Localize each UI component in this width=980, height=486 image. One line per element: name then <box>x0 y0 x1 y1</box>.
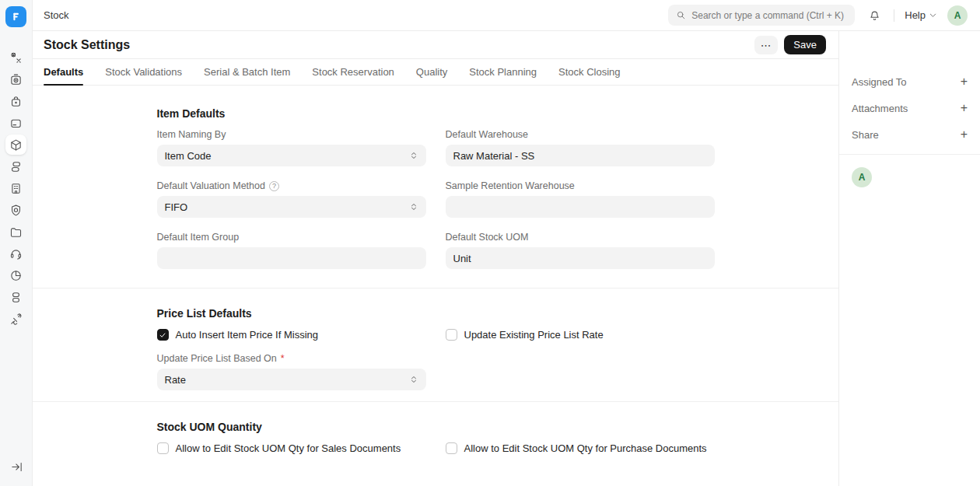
field-label: Default Stock UOM <box>446 232 715 243</box>
integrations-plug-icon[interactable] <box>5 309 26 329</box>
tab-serial-batch-item[interactable]: Serial & Batch Item <box>204 59 290 85</box>
assets-icon[interactable] <box>5 156 26 177</box>
form-tabs: Defaults Stock Validations Serial & Batc… <box>33 59 838 86</box>
save-button[interactable]: Save <box>784 35 826 54</box>
item-naming-by-select[interactable]: Item Code <box>157 145 426 166</box>
field-label: Item Naming By <box>157 129 426 140</box>
update-price-list-based-on-select[interactable]: Rate <box>157 369 426 390</box>
field-label: Default Item Group <box>157 232 426 243</box>
section-title: Stock UOM Quantity <box>157 421 715 433</box>
sample-retention-warehouse-input[interactable] <box>446 196 715 218</box>
help-menu[interactable]: Help <box>905 9 937 21</box>
chevron-down-icon <box>929 11 937 19</box>
top-navbar: Stock Help A <box>33 0 980 31</box>
select-chevrons-icon <box>409 151 418 160</box>
section-title: Item Defaults <box>157 107 715 120</box>
field-label: Default Valuation Method ? <box>157 180 426 191</box>
add-assignment-button[interactable]: + <box>961 75 968 88</box>
section-stock-uom-quantity: Stock UOM Quantity Allow to Edit Stock U… <box>33 402 838 470</box>
default-warehouse-input[interactable]: Raw Material - SS <box>446 145 715 166</box>
notifications-bell-icon[interactable] <box>865 6 884 25</box>
projects-folder-icon[interactable] <box>5 222 26 242</box>
assigned-to-label: Assigned To <box>852 76 907 88</box>
checkbox-allow-edit-stock-uom-qty-purchase[interactable]: Allow to Edit Stock UOM Qty for Purchase… <box>446 442 715 454</box>
field-default-valuation-method: Default Valuation Method ? FIFO <box>157 180 426 218</box>
global-search[interactable] <box>668 5 855 26</box>
field-default-warehouse: Default Warehouse Raw Material - SS <box>446 129 715 166</box>
form-body: Item Defaults Item Naming By Item Code D… <box>33 86 838 486</box>
app-sidebar <box>0 0 33 486</box>
checkbox-auto-insert-item-price[interactable]: Auto Insert Item Price If Missing <box>157 329 426 341</box>
collapse-sidebar-icon[interactable] <box>6 456 27 477</box>
page-actions: ⋯ Save <box>754 35 826 54</box>
default-valuation-method-select[interactable]: FIFO <box>157 196 426 218</box>
section-price-list-defaults: Price List Defaults Auto Insert Item Pri… <box>33 288 838 402</box>
tools-icon[interactable] <box>5 47 26 68</box>
checkbox-checked-icon <box>157 329 169 341</box>
tab-stock-closing[interactable]: Stock Closing <box>558 59 620 85</box>
accounting-icon[interactable] <box>5 69 26 89</box>
viewer-avatar[interactable]: A <box>852 167 872 187</box>
select-chevrons-icon <box>409 375 418 384</box>
stock-icon[interactable] <box>5 135 26 155</box>
select-chevrons-icon <box>409 202 418 212</box>
help-icon[interactable]: ? <box>269 181 279 191</box>
checkbox-unchecked-icon <box>446 442 457 454</box>
section-item-defaults: Item Defaults Item Naming By Item Code D… <box>33 86 838 288</box>
default-item-group-input[interactable] <box>157 247 426 269</box>
field-default-item-group: Default Item Group <box>157 232 426 269</box>
selling-icon[interactable] <box>5 113 26 133</box>
erpnext-logo-glyph <box>10 11 22 23</box>
navbar-right: Help A <box>668 5 968 26</box>
add-attachment-button[interactable]: + <box>961 102 968 114</box>
analytics-pie-icon[interactable] <box>5 265 26 285</box>
field-label: Sample Retention Warehouse <box>446 180 715 191</box>
checkbox-unchecked-icon <box>157 442 169 454</box>
field-item-naming-by: Item Naming By Item Code <box>157 129 426 166</box>
section-title: Price List Defaults <box>157 307 715 320</box>
add-share-button[interactable]: + <box>961 128 968 141</box>
share-row: Share + <box>852 121 968 148</box>
checkbox-update-existing-price-list-rate[interactable]: Update Existing Price List Rate <box>446 329 715 341</box>
field-label: Update Price List Based On * <box>157 353 426 364</box>
field-sample-retention-warehouse: Sample Retention Warehouse <box>446 180 715 218</box>
breadcrumb[interactable]: Stock <box>44 9 69 21</box>
checkbox-allow-edit-stock-uom-qty-sales[interactable]: Allow to Edit Stock UOM Qty for Sales Do… <box>157 442 426 454</box>
tab-stock-planning[interactable]: Stock Planning <box>469 59 537 85</box>
assigned-to-row: Assigned To + <box>852 68 968 95</box>
help-label: Help <box>905 9 926 21</box>
field-default-stock-uom: Default Stock UOM Unit <box>446 232 715 269</box>
share-label: Share <box>852 129 879 141</box>
attachments-row: Attachments + <box>852 95 968 121</box>
search-input[interactable] <box>691 10 847 21</box>
tab-stock-reservation[interactable]: Stock Reservation <box>312 59 394 85</box>
user-avatar[interactable]: A <box>947 5 968 26</box>
support-headset-icon[interactable] <box>5 243 26 264</box>
form-side-panel: Assigned To + Attachments + Share + A <box>838 31 980 486</box>
attachments-label: Attachments <box>852 103 908 114</box>
page-title: Stock Settings <box>44 38 130 52</box>
tab-quality[interactable]: Quality <box>416 59 447 85</box>
page-head: Stock Settings ⋯ Save <box>33 31 838 59</box>
panel-divider <box>839 154 980 155</box>
field-update-price-list-based-on: Update Price List Based On * Rate <box>157 353 426 390</box>
navbar-divider <box>894 9 894 22</box>
quality-shield-icon[interactable] <box>5 200 26 220</box>
required-asterisk: * <box>281 353 285 364</box>
tab-defaults[interactable]: Defaults <box>44 59 83 85</box>
tab-stock-validations[interactable]: Stock Validations <box>105 59 182 85</box>
search-icon <box>676 10 686 20</box>
workspace-nav <box>5 47 26 329</box>
hr-building-icon[interactable] <box>5 178 26 198</box>
erpnext-logo-icon[interactable] <box>5 6 26 27</box>
buying-icon[interactable] <box>5 91 26 111</box>
more-options-button[interactable]: ⋯ <box>754 36 778 54</box>
field-label: Default Warehouse <box>446 129 715 140</box>
checkbox-unchecked-icon <box>446 329 457 341</box>
default-stock-uom-input[interactable]: Unit <box>446 247 715 269</box>
knowledge-stack-icon[interactable] <box>5 287 26 307</box>
